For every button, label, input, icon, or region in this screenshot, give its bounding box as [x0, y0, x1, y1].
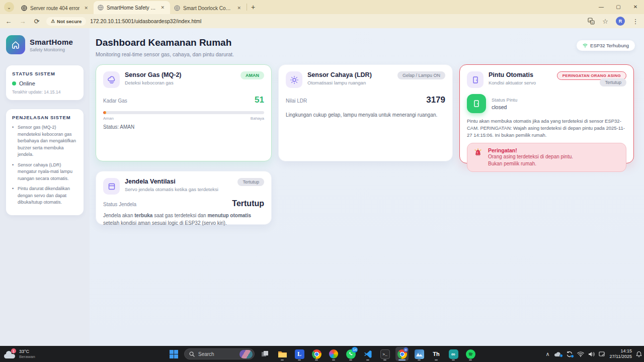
onedrive-icon[interactable]: [554, 351, 562, 357]
tray-time: 14:15: [610, 348, 632, 354]
note-segment-bold: menutup otomatis: [207, 213, 251, 218]
close-icon[interactable]: ✕: [235, 5, 243, 11]
screen: ⌄ Server route 404 error ✕ SmartHome Saf…: [0, 0, 644, 362]
window-metric-label: Status Jendela: [103, 202, 136, 207]
note-segment: Jendela akan: [103, 213, 134, 218]
close-button[interactable]: ✕: [627, 0, 644, 14]
minimize-button[interactable]: —: [593, 0, 610, 14]
door-card-titles: Pintu Otomatis Kondisi aktuator servo: [489, 71, 552, 85]
brand-text: SmartHome Safety Monitoring: [30, 38, 73, 52]
light-status-badge: Gelap / Lampu ON: [397, 71, 445, 79]
warning-icon: ⚠: [51, 19, 55, 24]
tab-doorlock-control[interactable]: Smart Doorlock Control ✕: [170, 2, 247, 14]
notification-bell-icon[interactable]: [636, 351, 642, 357]
light-metric-row: Nilai LDR 3179: [286, 95, 445, 105]
gas-card-titles: Sensor Gas (MQ-2) Deteksi kebocoran gas: [125, 71, 235, 85]
page-title: Dashboard Keamanan Rumah: [96, 37, 234, 48]
line-app-button[interactable]: L: [293, 347, 306, 361]
photos-button[interactable]: [413, 347, 426, 361]
search-daily-image: [239, 350, 253, 358]
door-note: Pintu akan membuka otomatis jika ada yan…: [467, 118, 626, 138]
system-tray: ∧ 14:15 27/11/2025: [546, 348, 642, 359]
copilot-button[interactable]: [327, 347, 340, 361]
not-secure-label: Not secure: [57, 19, 82, 24]
tray-clock[interactable]: 14:15 27/11/2025: [610, 348, 632, 359]
door-status-row: Status Pintu closed: [467, 94, 626, 113]
gas-card-subtitle: Deteksi kebocoran gas: [125, 80, 235, 85]
taskbar: 1 33°C Berawan Search L: [0, 346, 644, 362]
online-status: Online: [12, 80, 77, 86]
chrome-profile-badge: R: [404, 347, 408, 352]
url-text[interactable]: 172.20.10.11:5001/uidasboardesp32/index.…: [90, 18, 201, 24]
light-card-subtitle: Otomatisasi lampu ruangan: [307, 80, 392, 85]
tab-search-button[interactable]: ⌄: [4, 2, 14, 12]
sync-icon[interactable]: [566, 351, 573, 357]
chrome-active-button[interactable]: R: [395, 347, 409, 361]
pen-input-icon[interactable]: [599, 351, 606, 357]
start-button[interactable]: [167, 347, 180, 361]
globe-icon: [98, 5, 104, 11]
tab-smarthome-dashboard[interactable]: SmartHome Safety Dashboard ✕: [94, 1, 170, 14]
door-status-label: Status Pintu: [492, 97, 517, 103]
weather-cloud-icon: 1: [4, 349, 16, 358]
taskbar-search[interactable]: Search: [184, 348, 255, 359]
tray-chevron-icon[interactable]: ∧: [546, 351, 550, 357]
chevron-down-icon: ⌄: [7, 5, 11, 10]
door-status-texts: Status Pintu closed: [492, 97, 517, 110]
gas-card-header: Sensor Gas (MQ-2) Deteksi kebocoran gas …: [103, 71, 264, 88]
tab-server-route[interactable]: Server route 404 error ✕: [17, 2, 94, 14]
new-tab-button[interactable]: +: [251, 3, 255, 11]
not-secure-chip[interactable]: ⚠ Not secure: [46, 17, 86, 26]
terminal-button[interactable]: >_: [378, 347, 391, 361]
line-app-icon: L: [295, 349, 304, 359]
volume-icon[interactable]: [588, 351, 595, 357]
file-explorer-button[interactable]: [276, 347, 289, 361]
note-segment: saat gas terdeteksi dan: [152, 213, 207, 218]
main-panel: Dashboard Keamanan Rumah Monitoring real…: [90, 28, 644, 346]
door-status-value: closed: [492, 104, 517, 110]
window-card-titles: Jendela Ventilasi Servo jendela otomatis…: [125, 178, 232, 192]
forward-icon[interactable]: →: [18, 18, 27, 25]
maximize-button[interactable]: ▢: [610, 0, 627, 14]
address-bar[interactable]: ⚠ Not secure 172.20.10.11:5001/uidasboar…: [46, 16, 583, 27]
chrome-button[interactable]: [310, 347, 323, 361]
bookmark-star-icon[interactable]: ☆: [601, 18, 610, 25]
status-card-title: STATUS SISTEM: [12, 71, 77, 76]
weather-badge: 1: [11, 348, 16, 353]
gas-card-title: Sensor Gas (MQ-2): [125, 71, 235, 78]
wifi-tray-icon[interactable]: [577, 351, 584, 357]
whatsapp-button[interactable]: 14: [344, 347, 357, 361]
page-content: SmartHome Safety Monitoring STATUS SISTE…: [0, 28, 644, 346]
explanation-item: Sensor gas (MQ-2) mendeteksi kebocoran g…: [12, 124, 77, 158]
back-icon[interactable]: ←: [4, 18, 13, 25]
search-icon: [189, 351, 195, 357]
brand: SmartHome Safety Monitoring: [6, 35, 84, 54]
spotify-button[interactable]: [464, 347, 477, 361]
photos-icon: [415, 349, 424, 359]
weather-texts: 33°C Berawan: [19, 349, 35, 359]
vscode-button[interactable]: [361, 347, 374, 361]
camo-button[interactable]: ∞: [447, 347, 460, 361]
thonny-button[interactable]: Th: [430, 347, 443, 361]
task-view-button[interactable]: [259, 347, 272, 361]
brand-logo: [6, 35, 25, 54]
profile-avatar[interactable]: R: [616, 17, 625, 26]
menu-dots-icon[interactable]: ⋮: [631, 18, 640, 25]
heading-block: Dashboard Keamanan Rumah Monitoring real…: [96, 37, 234, 57]
window-note: Jendela akan terbuka saat gas terdeteksi…: [103, 212, 264, 227]
copilot-icon: [329, 349, 338, 358]
close-icon[interactable]: ✕: [159, 5, 166, 11]
cards-grid: Sensor Gas (MQ-2) Deteksi kebocoran gas …: [96, 64, 635, 225]
online-label: Online: [19, 80, 35, 86]
close-icon[interactable]: ✕: [83, 5, 90, 11]
connection-label: ESP32 Terhubung: [590, 43, 629, 48]
light-card-title: Sensor Cahaya (LDR): [307, 71, 392, 78]
translate-icon[interactable]: a文: [588, 18, 595, 25]
terminal-icon: >_: [380, 349, 390, 359]
stranger-alert-box: Peringatan! Orang asing terdeteksi di de…: [467, 143, 626, 172]
window-card-header: Jendela Ventilasi Servo jendela otomatis…: [103, 178, 264, 195]
reload-icon[interactable]: ⟳: [32, 18, 41, 25]
weather-widget[interactable]: 1 33°C Berawan: [4, 349, 35, 359]
brand-subtitle: Safety Monitoring: [30, 47, 73, 52]
siren-icon: [473, 147, 483, 157]
